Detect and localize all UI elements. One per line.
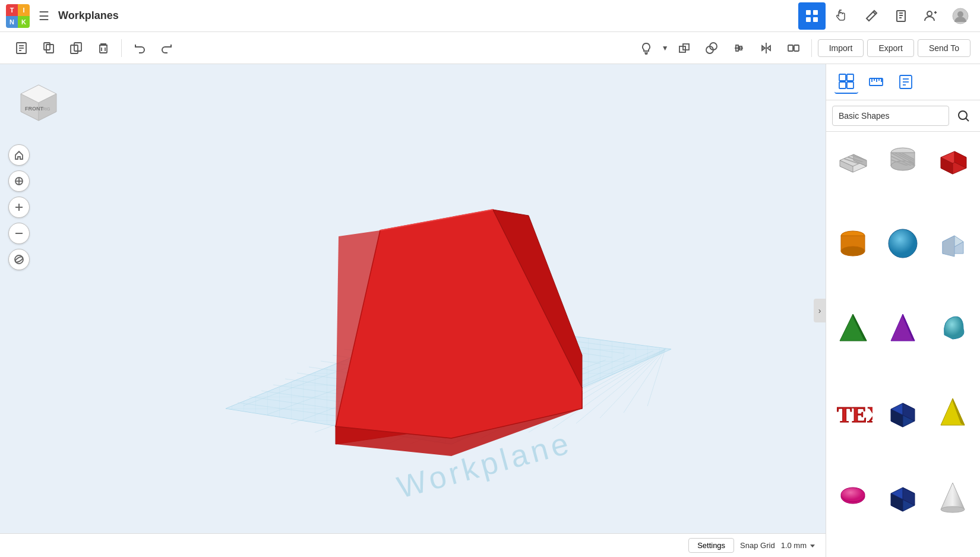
svg-point-8 xyxy=(927,11,932,16)
shape-item-pyramid-green[interactable] xyxy=(829,303,877,352)
shape-selector: Basic Shapes Letters Numbers Math Music … xyxy=(826,100,980,132)
menu-icon[interactable]: ☰ xyxy=(39,9,49,23)
svg-rect-3 xyxy=(813,17,818,22)
svg-point-158 xyxy=(941,507,965,512)
svg-line-109 xyxy=(966,118,969,121)
svg-rect-1 xyxy=(813,10,818,15)
logo-n: N xyxy=(6,16,18,28)
bottom-bar: Settings Snap Grid 1.0 mm xyxy=(0,533,826,557)
shape-item-hole-box[interactable] xyxy=(829,134,877,183)
duplicate-button[interactable] xyxy=(64,36,88,60)
svg-marker-157 xyxy=(941,483,965,509)
shape-item-cone[interactable] xyxy=(929,471,978,520)
svg-point-108 xyxy=(959,111,967,119)
undo-button[interactable] xyxy=(128,36,151,60)
shapes-grid: TEXT xyxy=(826,132,980,557)
shape-item-text[interactable]: TEXT xyxy=(829,387,877,436)
svg-point-136 xyxy=(889,229,917,258)
fit-view-button[interactable] xyxy=(8,170,30,192)
svg-text:TEXT: TEXT xyxy=(837,402,872,427)
panel-tabs xyxy=(826,64,980,100)
svg-rect-21 xyxy=(100,45,107,53)
search-shapes-button[interactable] xyxy=(953,105,974,126)
svg-marker-159 xyxy=(810,545,815,547)
new-button[interactable] xyxy=(10,36,33,60)
home-button[interactable] xyxy=(8,144,30,166)
snap-grid-value[interactable]: 1.0 mm xyxy=(781,541,816,550)
shape-item-pyramid-purple[interactable] xyxy=(878,303,927,352)
right-panel: Basic Shapes Letters Numbers Math Music … xyxy=(826,64,980,557)
nav-grid-icon[interactable] xyxy=(798,2,826,30)
top-nav: T I N K ☰ Workplanes xyxy=(0,0,980,32)
viewport-cube[interactable]: FRONT RIG xyxy=(12,76,65,132)
svg-point-152 xyxy=(841,488,865,502)
shape-item-pyramid-yellow[interactable] xyxy=(929,387,978,436)
svg-rect-18 xyxy=(44,43,50,50)
svg-marker-32 xyxy=(762,46,765,50)
svg-marker-33 xyxy=(767,46,770,50)
svg-rect-94 xyxy=(839,74,846,81)
settings-button[interactable]: Settings xyxy=(688,538,734,553)
logo-t: T xyxy=(6,4,18,16)
svg-rect-25 xyxy=(683,44,689,50)
panel-collapse-button[interactable]: › xyxy=(814,299,826,322)
logo-k: K xyxy=(18,16,30,28)
snap-grid-label: Snap Grid xyxy=(740,541,775,550)
delete-button[interactable] xyxy=(91,36,115,60)
nav-add-user-icon[interactable] xyxy=(917,2,944,30)
send-to-button[interactable]: Send To xyxy=(918,39,970,57)
svg-text:FRONT: FRONT xyxy=(25,106,43,112)
shape-category-dropdown[interactable]: Basic Shapes Letters Numbers Math Music … xyxy=(832,106,949,126)
paste-button[interactable] xyxy=(37,36,61,60)
svg-rect-0 xyxy=(806,10,811,15)
nav-avatar[interactable] xyxy=(947,2,974,30)
svg-rect-95 xyxy=(847,74,853,81)
shape-tool-2[interactable] xyxy=(700,36,723,60)
redo-button[interactable] xyxy=(155,36,179,60)
logo-i: I xyxy=(18,4,30,16)
shape-item-prism-blue[interactable] xyxy=(878,471,927,520)
nav-right xyxy=(798,2,974,30)
shape-item-half-sphere-teal[interactable] xyxy=(929,303,978,352)
mirror-tool[interactable] xyxy=(754,36,778,60)
svg-point-135 xyxy=(841,246,865,256)
toolbar: ▼ Import Exp xyxy=(0,32,980,64)
main-area: FRONT RIG xyxy=(0,64,980,557)
svg-rect-97 xyxy=(847,82,853,88)
svg-text:RIG: RIG xyxy=(43,107,50,111)
export-button[interactable]: Export xyxy=(867,39,913,57)
zoom-in-button[interactable] xyxy=(8,197,30,218)
shape-item-sphere[interactable] xyxy=(878,219,927,267)
svg-rect-2 xyxy=(806,17,811,22)
shape-tool-1[interactable] xyxy=(672,36,696,60)
scene-svg: Workplane xyxy=(0,64,826,557)
tab-ruler[interactable] xyxy=(864,70,888,94)
logo[interactable]: T I N K xyxy=(6,4,30,28)
shape-item-hole-cylinder[interactable] xyxy=(878,134,927,183)
shape-item-cube-blue[interactable] xyxy=(878,387,927,436)
svg-point-12 xyxy=(957,11,963,17)
shape-item-cylinder[interactable] xyxy=(829,219,877,267)
tab-notes[interactable] xyxy=(894,70,918,94)
light-button[interactable] xyxy=(634,36,658,60)
shape-item-gem-pink[interactable] xyxy=(829,471,877,520)
shape-item-wedge[interactable] xyxy=(929,219,978,267)
zoom-out-button[interactable] xyxy=(8,223,30,244)
light-dropdown[interactable]: ▼ xyxy=(662,44,669,52)
import-button[interactable]: Import xyxy=(818,39,864,57)
svg-rect-34 xyxy=(788,45,793,51)
left-controls xyxy=(8,144,30,270)
align-tool[interactable] xyxy=(727,36,751,60)
nav-projects-icon[interactable] xyxy=(887,2,915,30)
svg-marker-139 xyxy=(943,236,954,257)
group-tool[interactable] xyxy=(782,36,805,60)
canvas-area[interactable]: FRONT RIG xyxy=(0,64,826,557)
svg-rect-96 xyxy=(839,82,846,88)
svg-rect-24 xyxy=(679,46,685,52)
tab-shapes[interactable] xyxy=(834,70,858,94)
nav-tools-icon[interactable] xyxy=(858,2,885,30)
shape-item-box-red[interactable] xyxy=(929,134,978,183)
svg-rect-35 xyxy=(794,45,799,51)
orbit-button[interactable] xyxy=(8,249,30,270)
nav-gallery-icon[interactable] xyxy=(828,2,855,30)
